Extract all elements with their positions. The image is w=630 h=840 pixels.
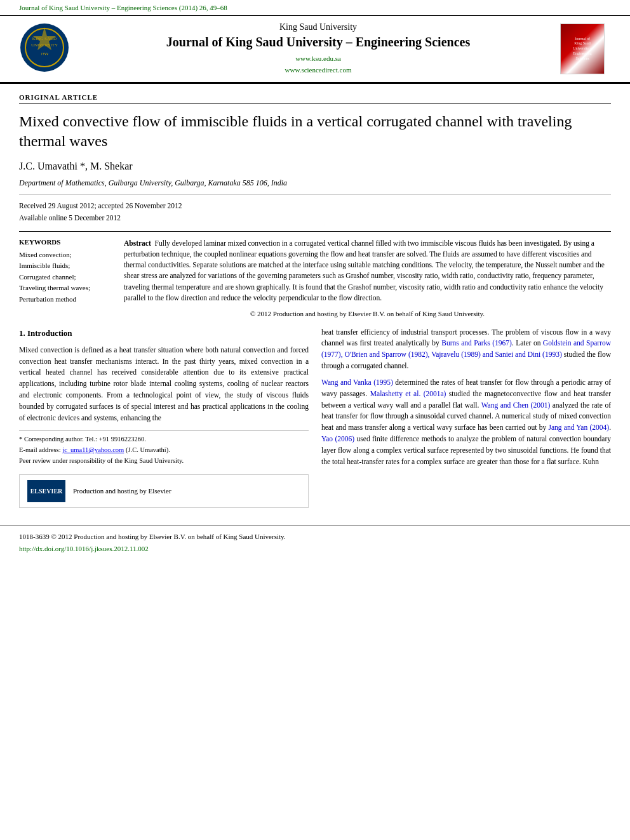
affiliation: Department of Mathematics, Gulbarga Univ… [19,178,611,188]
intro-col2-para1: heat transfer efficiency of industrial t… [321,327,611,372]
article-type-label: ORIGINAL ARTICLE [19,93,611,104]
footnote-area: * Corresponding author. Tel.: +91 991622… [19,430,309,466]
keywords-box: KEYWORDS Mixed convection; Immiscible fl… [19,238,114,319]
paper-title: Mixed convective flow of immiscible flui… [19,112,611,151]
copyright-line1: 1018-3639 © 2012 Production and hosting … [19,531,611,543]
journal-main-title: Journal of King Saud University – Engine… [83,35,554,50]
available-date: Available online 5 December 2012 [19,212,611,225]
journal-top-bar: Journal of King Saud University – Engine… [0,0,630,16]
intro-col1-para1: Mixed convection is defined as a heat tr… [19,345,309,424]
elsevier-logo: ELSEVIER [27,480,65,502]
email-link[interactable]: jc_uma11@yahoo.com [62,446,124,453]
keyword-2: Immiscible fluids; [19,260,114,272]
doi-line: http://dx.doi.org/10.1016/j.jksues.2012.… [19,543,611,555]
page: Journal of King Saud University – Engine… [0,0,630,840]
intro-col2-para2: Wang and Vanka (1995) determined the rat… [321,377,611,468]
header-section: KING SAUD UNIVERSITY ١٣٧٧ King Saud Univ… [0,16,630,84]
keyword-4: Traveling thermal waves; [19,283,114,294]
ref-malashetty[interactable]: Malashetty et al. (2001a) [370,390,446,397]
university-name: King Saud University [83,22,554,32]
keywords-title: KEYWORDS [19,238,114,246]
col-left: 1. Introduction Mixed convection is defi… [19,327,309,508]
email-name: (J.C. Umavathi). [126,446,170,453]
bottom-copyright: 1018-3639 © 2012 Production and hosting … [0,525,630,559]
mini-journal-cover: Journal ofKing SaudUniversity –Engineeri… [560,23,605,74]
keyword-1: Mixed convection; [19,250,114,261]
header-logo-right: Journal ofKing SaudUniversity –Engineeri… [560,23,611,74]
abstract-body: Fully developed laminar mixed convection… [124,239,605,302]
received-date: Received 29 August 2012; accepted 26 Nov… [19,200,611,213]
footnote-email: E-mail address: jc_uma11@yahoo.com (J.C.… [19,445,309,456]
abstract-label: Abstract [124,239,151,247]
ref-burns-parks[interactable]: Burns and Parks (1967) [441,339,512,347]
ref-yao[interactable]: Yao (2006) [321,435,354,443]
url1[interactable]: www.ksu.edu.sa [83,53,554,65]
main-content: ORIGINAL ARTICLE Mixed convective flow o… [0,84,630,517]
ref-wang-vanka[interactable]: Wang and Vanka (1995) [321,378,393,386]
elsevier-logo-text: ELSEVIER [30,486,63,497]
journal-reference: Journal of King Saud University – Engine… [19,4,227,11]
peer-review-note: Peer review under responsibility of the … [19,456,309,467]
header-center: King Saud University Journal of King Sau… [83,22,554,76]
elsevier-footer-text: Production and hosting by Elsevier [73,486,171,497]
dates-section: Received 29 August 2012; accepted 26 Nov… [19,194,611,225]
abstract-section: KEYWORDS Mixed convection; Immiscible fl… [19,231,611,319]
footnote-star: * Corresponding author. Tel.: +91 991622… [19,434,309,445]
keyword-5: Perturbation method [19,294,114,305]
ref-wang-chen[interactable]: Wang and Chen (2001) [481,401,551,409]
abstract-copyright: © 2012 Production and hosting by Elsevie… [124,309,611,319]
abstract-paragraph: Abstract Fully developed laminar mixed c… [124,238,611,304]
svg-text:١٣٧٧: ١٣٧٧ [41,52,49,56]
body-two-col: 1. Introduction Mixed convection is defi… [19,327,611,508]
col-right: heat transfer efficiency of industrial t… [321,327,611,508]
doi-link[interactable]: http://dx.doi.org/10.1016/j.jksues.2012.… [19,545,149,552]
url2[interactable]: www.sciencedirect.com [83,65,554,76]
intro-heading: 1. Introduction [19,327,309,340]
keyword-3: Corrugated channel; [19,272,114,283]
journal-urls: www.ksu.edu.sa www.sciencedirect.com [83,53,554,76]
authors: J.C. Umavathi *, M. Shekar [19,161,611,172]
ksu-logo-left: KING SAUD UNIVERSITY ١٣٧٧ [19,22,76,76]
ref-jang-yan[interactable]: Jang and Yan (2004) [549,423,610,431]
elsevier-footer: ELSEVIER Production and hosting by Elsev… [19,474,309,508]
abstract-text-box: Abstract Fully developed laminar mixed c… [124,238,611,319]
